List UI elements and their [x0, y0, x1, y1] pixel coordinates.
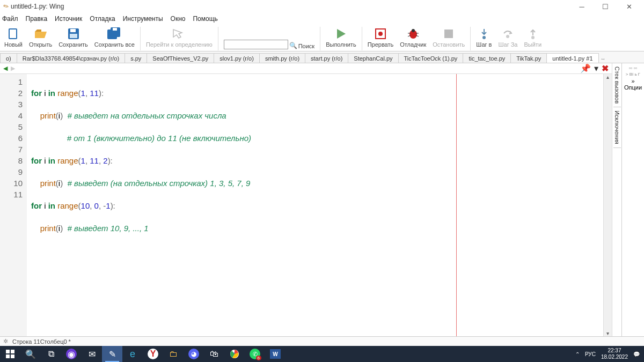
debug-button[interactable]: Отладчик [397, 26, 429, 51]
word-icon[interactable]: W [265, 346, 286, 362]
file-tab[interactable]: Rar$DIa33768.49854\срзнач.py (r/o) [17, 53, 125, 63]
options-label[interactable]: Опции [623, 84, 643, 91]
mail-icon[interactable]: ✉ [82, 346, 102, 362]
file-tab[interactable]: tic_tac_toe.py [463, 53, 511, 63]
step-out-icon [528, 28, 538, 40]
ruler-line [456, 74, 457, 336]
step-out-button[interactable]: Выйти [521, 26, 545, 51]
maximize-button[interactable]: ☐ [594, 0, 617, 13]
alice-icon[interactable]: ◉ [61, 346, 82, 362]
file-tab-active[interactable]: untitled-1.py #1 [546, 53, 598, 63]
svg-point-11 [412, 29, 415, 32]
tabs-overflow-icon[interactable]: ↔ [598, 55, 608, 63]
pin-icon[interactable]: 📌 [580, 63, 591, 73]
side-panel: Стек вызовов Исключения [612, 63, 621, 336]
file-tab[interactable]: TicTacToeOck (1).py [398, 53, 464, 63]
chevron-down-icon[interactable]: ▾ [594, 63, 598, 73]
tab-close-icon[interactable]: ✖ [602, 63, 609, 73]
explorer-icon[interactable]: 🗀 [163, 346, 184, 362]
step-in-icon [479, 28, 489, 40]
file-tab[interactable]: smith.py (r/o) [259, 53, 305, 63]
play-icon [335, 28, 347, 40]
file-tabs: o) Rar$DIa33768.49854\срзнач.py (r/o) s.… [0, 51, 644, 63]
store-icon[interactable]: 🛍 [204, 346, 224, 362]
toolbar: Новый Открыть Сохранить Сохранить все Пе… [0, 25, 644, 51]
editor: ◀ ▶ 📌 ▾ ✖ 1234567891011 for i in range(1… [0, 63, 612, 336]
notifications-icon[interactable]: 💬 [633, 351, 640, 357]
step-over-button[interactable]: Шаг За [495, 26, 521, 51]
nav-back-icon[interactable]: ◀ [3, 65, 8, 72]
discord-icon[interactable]: ◕ [184, 346, 204, 362]
yandex-icon[interactable]: Y [143, 346, 163, 362]
minimize-button[interactable]: ─ [570, 0, 594, 13]
svg-point-18 [506, 35, 509, 38]
main-area: ◀ ▶ 📌 ▾ ✖ 1234567891011 for i in range(1… [0, 63, 644, 336]
svg-rect-23 [11, 354, 14, 358]
tiny-label: > BI ь Г [623, 72, 643, 77]
open-button[interactable]: Открыть [26, 26, 55, 51]
file-tab[interactable]: StephanCal.py [348, 53, 398, 63]
wing-app-icon[interactable]: ✎ [102, 346, 122, 362]
menubar: Файл Правка Источник Отладка Инструменты… [0, 13, 644, 25]
file-tab[interactable]: start.py (r/o) [305, 53, 348, 63]
start-button[interactable] [0, 346, 20, 362]
edge-icon[interactable]: e [122, 346, 143, 362]
whatsapp-icon[interactable]: ✆6 [245, 346, 265, 362]
status-icon: ✲ [3, 338, 8, 345]
svg-rect-22 [6, 354, 10, 358]
chrome-icon[interactable] [224, 346, 245, 362]
nav-forward-icon[interactable]: ▶ [11, 65, 15, 72]
file-tab[interactable]: TikTak.py [510, 53, 547, 63]
search-tb-icon[interactable]: 🔍 [20, 346, 41, 362]
file-icon [6, 27, 20, 40]
editor-body[interactable]: 1234567891011 for i in range(1, 11): pri… [0, 74, 612, 336]
gutter: 1234567891011 [0, 74, 27, 336]
stop-square-icon [443, 28, 454, 39]
svg-rect-4 [70, 34, 77, 38]
menu-help[interactable]: Помощь [193, 15, 217, 23]
menu-source[interactable]: Источник [55, 15, 82, 23]
search-icon[interactable]: 🔍 [289, 42, 297, 49]
sidetab-exceptions[interactable]: Исключения [613, 107, 621, 148]
titlebar: ✎ untitled-1.py: Wing ─ ☐ ✕ [0, 0, 644, 13]
goto-def-button[interactable]: Перейти к определению [143, 26, 216, 51]
options-panel: ▫▫ ▫▫ > BI ь Г » Опции [621, 63, 644, 336]
terminate-button[interactable]: Остановить [429, 26, 468, 51]
menu-file[interactable]: Файл [2, 15, 18, 23]
close-button[interactable]: ✕ [617, 0, 641, 13]
menu-edit[interactable]: Правка [26, 15, 48, 23]
svg-rect-3 [70, 29, 76, 32]
clock[interactable]: 22:37 18.02.2022 [601, 348, 628, 360]
menu-window[interactable]: Окно [171, 15, 186, 23]
code-area[interactable]: for i in range(1, 11): print(i) # выведе… [27, 74, 603, 336]
scrollbar[interactable]: ▴▾ [603, 74, 612, 336]
file-tab[interactable]: s.py [125, 53, 147, 63]
run-button[interactable]: Выполнить [323, 26, 359, 51]
file-tab[interactable]: o) [0, 53, 17, 63]
step-in-button[interactable]: Шаг в [473, 26, 495, 51]
svg-rect-20 [6, 350, 10, 353]
new-button[interactable]: Новый [1, 26, 26, 51]
floppy-multi-icon [106, 27, 122, 40]
save-button[interactable]: Сохранить [55, 26, 91, 51]
svg-point-9 [378, 32, 383, 36]
search-input[interactable] [224, 40, 288, 49]
lang-indicator[interactable]: РУС [585, 351, 596, 357]
tray-chevron-icon[interactable]: ⌃ [575, 351, 580, 357]
file-tab[interactable]: slov1.py (r/o) [214, 53, 260, 63]
menu-debug[interactable]: Отладка [90, 15, 115, 23]
taskbar: 🔍 ⧉ ◉ ✉ ✎ e Y 🗀 ◕ 🛍 ✆6 W ⌃ РУС 22:37 18.… [0, 346, 644, 362]
search-label: Поиск [298, 43, 314, 49]
file-tab[interactable]: SeaOfThieves_V2.py [147, 53, 214, 63]
window-title: untitled-1.py: Wing [11, 3, 64, 10]
arrow-cursor-icon [171, 27, 187, 40]
svg-point-19 [531, 36, 535, 39]
stop-button[interactable]: Прервать [364, 26, 397, 51]
step-over-icon [502, 28, 513, 40]
save-all-button[interactable]: Сохранить все [91, 26, 138, 51]
editor-nav: ◀ ▶ 📌 ▾ ✖ [0, 63, 612, 74]
menu-tools[interactable]: Инструменты [123, 15, 163, 23]
sidetab-callstack[interactable]: Стек вызовов [613, 63, 621, 107]
taskview-icon[interactable]: ⧉ [41, 346, 61, 362]
svg-point-17 [482, 36, 486, 39]
